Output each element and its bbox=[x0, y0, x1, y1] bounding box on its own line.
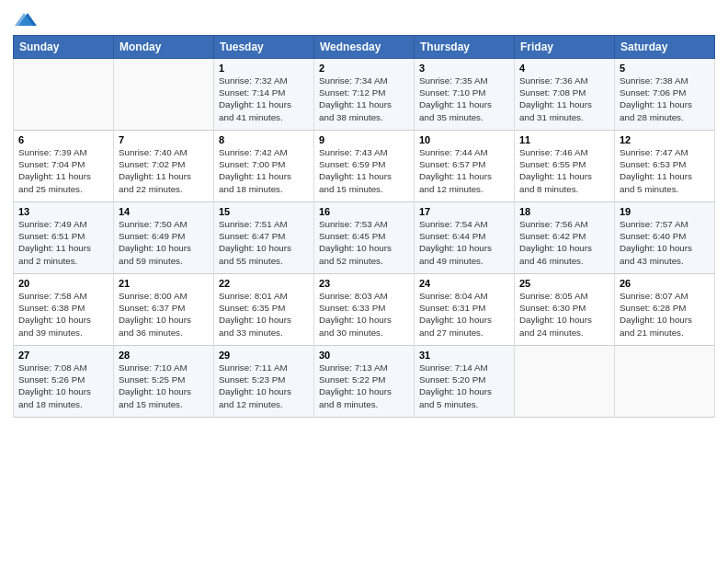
day-number: 10 bbox=[419, 134, 509, 145]
day-number: 29 bbox=[219, 350, 309, 361]
calendar-cell: 27Sunrise: 7:08 AM Sunset: 5:26 PM Dayli… bbox=[14, 346, 114, 418]
day-info: Sunrise: 7:44 AM Sunset: 6:57 PM Dayligh… bbox=[419, 146, 509, 195]
day-number: 4 bbox=[519, 63, 609, 74]
day-number: 21 bbox=[119, 278, 209, 289]
day-info: Sunrise: 7:32 AM Sunset: 7:14 PM Dayligh… bbox=[219, 75, 309, 123]
week-row-1: 1Sunrise: 7:32 AM Sunset: 7:14 PM Daylig… bbox=[14, 59, 715, 131]
day-info: Sunrise: 7:56 AM Sunset: 6:42 PM Dayligh… bbox=[519, 218, 609, 267]
day-number: 23 bbox=[319, 278, 409, 289]
calendar-cell: 14Sunrise: 7:50 AM Sunset: 6:49 PM Dayli… bbox=[114, 202, 214, 274]
day-info: Sunrise: 7:57 AM Sunset: 6:40 PM Dayligh… bbox=[620, 218, 710, 267]
weekday-header-tuesday: Tuesday bbox=[214, 36, 314, 59]
calendar-cell bbox=[14, 59, 114, 131]
day-info: Sunrise: 7:38 AM Sunset: 7:06 PM Dayligh… bbox=[620, 75, 710, 123]
weekday-header-monday: Monday bbox=[114, 36, 214, 59]
weekday-header-friday: Friday bbox=[515, 36, 615, 59]
day-info: Sunrise: 7:49 AM Sunset: 6:51 PM Dayligh… bbox=[18, 218, 108, 267]
calendar-cell: 10Sunrise: 7:44 AM Sunset: 6:57 PM Dayli… bbox=[415, 131, 515, 202]
calendar-cell: 11Sunrise: 7:46 AM Sunset: 6:55 PM Dayli… bbox=[515, 131, 615, 202]
logo bbox=[13, 9, 37, 28]
calendar-cell: 22Sunrise: 8:01 AM Sunset: 6:35 PM Dayli… bbox=[214, 274, 314, 346]
logo-icon bbox=[15, 9, 37, 28]
day-info: Sunrise: 7:51 AM Sunset: 6:47 PM Dayligh… bbox=[219, 218, 309, 267]
calendar-cell: 21Sunrise: 8:00 AM Sunset: 6:37 PM Dayli… bbox=[114, 274, 214, 346]
day-number: 19 bbox=[620, 206, 710, 217]
calendar-cell: 17Sunrise: 7:54 AM Sunset: 6:44 PM Dayli… bbox=[415, 202, 515, 274]
day-number: 30 bbox=[319, 350, 409, 361]
calendar-cell: 20Sunrise: 7:58 AM Sunset: 6:38 PM Dayli… bbox=[14, 274, 114, 346]
calendar-cell: 6Sunrise: 7:39 AM Sunset: 7:04 PM Daylig… bbox=[14, 131, 114, 202]
calendar-cell: 18Sunrise: 7:56 AM Sunset: 6:42 PM Dayli… bbox=[515, 202, 615, 274]
day-number: 7 bbox=[119, 134, 209, 145]
day-number: 28 bbox=[119, 350, 209, 361]
calendar-cell: 30Sunrise: 7:13 AM Sunset: 5:22 PM Dayli… bbox=[314, 346, 415, 418]
day-info: Sunrise: 8:01 AM Sunset: 6:35 PM Dayligh… bbox=[219, 290, 309, 339]
weekday-header-thursday: Thursday bbox=[415, 36, 515, 59]
day-info: Sunrise: 7:34 AM Sunset: 7:12 PM Dayligh… bbox=[319, 75, 409, 123]
day-number: 3 bbox=[419, 63, 509, 74]
calendar-cell: 7Sunrise: 7:40 AM Sunset: 7:02 PM Daylig… bbox=[114, 131, 214, 202]
calendar-cell: 31Sunrise: 7:14 AM Sunset: 5:20 PM Dayli… bbox=[415, 346, 515, 418]
day-number: 8 bbox=[219, 134, 309, 145]
week-row-3: 13Sunrise: 7:49 AM Sunset: 6:51 PM Dayli… bbox=[14, 202, 715, 274]
day-number: 11 bbox=[519, 134, 609, 145]
calendar-cell: 1Sunrise: 7:32 AM Sunset: 7:14 PM Daylig… bbox=[214, 59, 314, 131]
day-number: 5 bbox=[620, 63, 710, 74]
day-number: 15 bbox=[219, 206, 309, 217]
day-info: Sunrise: 7:43 AM Sunset: 6:59 PM Dayligh… bbox=[319, 146, 409, 195]
day-info: Sunrise: 7:50 AM Sunset: 6:49 PM Dayligh… bbox=[119, 218, 209, 267]
day-number: 18 bbox=[519, 206, 609, 217]
day-info: Sunrise: 8:07 AM Sunset: 6:28 PM Dayligh… bbox=[620, 290, 710, 339]
calendar-cell: 9Sunrise: 7:43 AM Sunset: 6:59 PM Daylig… bbox=[314, 131, 415, 202]
calendar-cell: 4Sunrise: 7:36 AM Sunset: 7:08 PM Daylig… bbox=[515, 59, 615, 131]
day-number: 9 bbox=[319, 134, 409, 145]
day-info: Sunrise: 8:04 AM Sunset: 6:31 PM Dayligh… bbox=[419, 290, 509, 339]
calendar-cell: 15Sunrise: 7:51 AM Sunset: 6:47 PM Dayli… bbox=[214, 202, 314, 274]
calendar-cell: 2Sunrise: 7:34 AM Sunset: 7:12 PM Daylig… bbox=[314, 59, 415, 131]
calendar-cell: 13Sunrise: 7:49 AM Sunset: 6:51 PM Dayli… bbox=[14, 202, 114, 274]
week-row-2: 6Sunrise: 7:39 AM Sunset: 7:04 PM Daylig… bbox=[14, 131, 715, 202]
day-info: Sunrise: 8:05 AM Sunset: 6:30 PM Dayligh… bbox=[519, 290, 609, 339]
calendar-cell: 8Sunrise: 7:42 AM Sunset: 7:00 PM Daylig… bbox=[214, 131, 314, 202]
day-info: Sunrise: 8:03 AM Sunset: 6:33 PM Dayligh… bbox=[319, 290, 409, 339]
day-info: Sunrise: 7:14 AM Sunset: 5:20 PM Dayligh… bbox=[419, 362, 509, 410]
day-info: Sunrise: 7:47 AM Sunset: 6:53 PM Dayligh… bbox=[620, 146, 710, 195]
weekday-header-row: SundayMondayTuesdayWednesdayThursdayFrid… bbox=[14, 36, 715, 59]
calendar-cell: 3Sunrise: 7:35 AM Sunset: 7:10 PM Daylig… bbox=[415, 59, 515, 131]
calendar-cell: 25Sunrise: 8:05 AM Sunset: 6:30 PM Dayli… bbox=[515, 274, 615, 346]
day-number: 27 bbox=[18, 350, 108, 361]
day-info: Sunrise: 7:13 AM Sunset: 5:22 PM Dayligh… bbox=[319, 362, 409, 410]
calendar-cell: 16Sunrise: 7:53 AM Sunset: 6:45 PM Dayli… bbox=[314, 202, 415, 274]
day-info: Sunrise: 7:58 AM Sunset: 6:38 PM Dayligh… bbox=[18, 290, 108, 339]
calendar-cell: 26Sunrise: 8:07 AM Sunset: 6:28 PM Dayli… bbox=[615, 274, 715, 346]
day-number: 25 bbox=[519, 278, 609, 289]
day-number: 6 bbox=[18, 134, 108, 145]
day-info: Sunrise: 7:35 AM Sunset: 7:10 PM Dayligh… bbox=[419, 75, 509, 123]
day-number: 20 bbox=[18, 278, 108, 289]
week-row-5: 27Sunrise: 7:08 AM Sunset: 5:26 PM Dayli… bbox=[14, 346, 715, 418]
day-info: Sunrise: 7:42 AM Sunset: 7:00 PM Dayligh… bbox=[219, 146, 309, 195]
weekday-header-sunday: Sunday bbox=[14, 36, 114, 59]
day-number: 16 bbox=[319, 206, 409, 217]
day-info: Sunrise: 8:00 AM Sunset: 6:37 PM Dayligh… bbox=[119, 290, 209, 339]
day-number: 2 bbox=[319, 63, 409, 74]
calendar-table: SundayMondayTuesdayWednesdayThursdayFrid… bbox=[13, 35, 715, 418]
day-info: Sunrise: 7:39 AM Sunset: 7:04 PM Dayligh… bbox=[18, 146, 108, 195]
calendar-cell: 29Sunrise: 7:11 AM Sunset: 5:23 PM Dayli… bbox=[214, 346, 314, 418]
day-info: Sunrise: 7:40 AM Sunset: 7:02 PM Dayligh… bbox=[119, 146, 209, 195]
day-info: Sunrise: 7:10 AM Sunset: 5:25 PM Dayligh… bbox=[119, 362, 209, 410]
calendar-cell: 12Sunrise: 7:47 AM Sunset: 6:53 PM Dayli… bbox=[615, 131, 715, 202]
day-number: 1 bbox=[219, 63, 309, 74]
day-number: 26 bbox=[620, 278, 710, 289]
calendar-cell: 23Sunrise: 8:03 AM Sunset: 6:33 PM Dayli… bbox=[314, 274, 415, 346]
day-info: Sunrise: 7:46 AM Sunset: 6:55 PM Dayligh… bbox=[519, 146, 609, 195]
day-number: 31 bbox=[419, 350, 509, 361]
calendar-container: SundayMondayTuesdayWednesdayThursdayFrid… bbox=[0, 0, 728, 425]
calendar-cell: 19Sunrise: 7:57 AM Sunset: 6:40 PM Dayli… bbox=[615, 202, 715, 274]
day-info: Sunrise: 7:08 AM Sunset: 5:26 PM Dayligh… bbox=[18, 362, 108, 410]
day-number: 17 bbox=[419, 206, 509, 217]
weekday-header-wednesday: Wednesday bbox=[314, 36, 415, 59]
calendar-cell: 28Sunrise: 7:10 AM Sunset: 5:25 PM Dayli… bbox=[114, 346, 214, 418]
day-number: 22 bbox=[219, 278, 309, 289]
calendar-cell bbox=[515, 346, 615, 418]
